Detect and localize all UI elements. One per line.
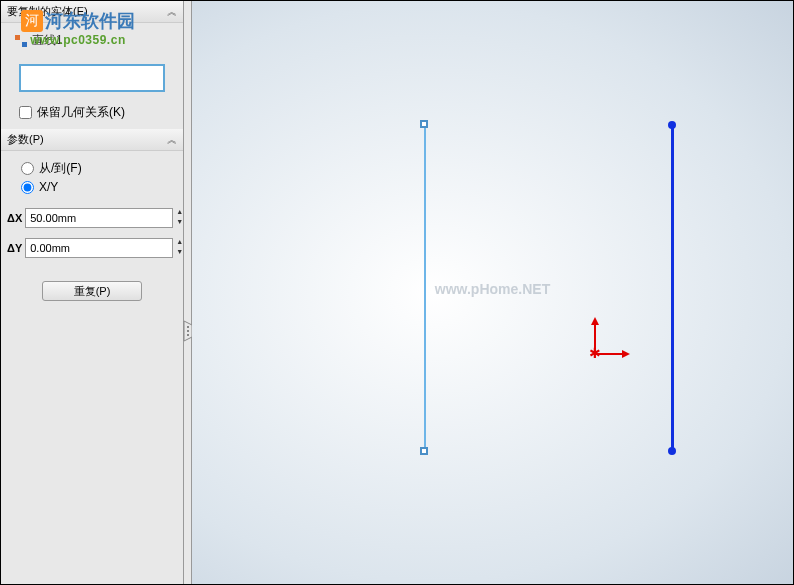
property-panel: 要复制的实体(E) ︽ 直线1 保留几何关系(K) 参数(P) ︽ 从/到(F)… — [1, 1, 184, 584]
svg-point-2 — [187, 326, 189, 328]
params-title: 参数(P) — [7, 132, 44, 147]
watermark-logo: 河 河东软件园 www.pc0359.cn — [21, 9, 135, 47]
watermark-icon: 河 — [21, 10, 43, 32]
svg-rect-0 — [15, 35, 20, 40]
line-endpoint[interactable] — [668, 121, 676, 129]
line-endpoint[interactable] — [420, 120, 428, 128]
spinner-up-icon[interactable]: ▲ — [176, 238, 183, 248]
selection-box[interactable] — [19, 64, 165, 92]
params-section-header[interactable]: 参数(P) ︽ — [1, 129, 183, 151]
line-endpoint[interactable] — [420, 447, 428, 455]
dx-spinner: ▲ ▼ — [176, 208, 183, 228]
from-to-row[interactable]: 从/到(F) — [21, 160, 163, 177]
xy-radio[interactable] — [21, 181, 34, 194]
graphics-canvas[interactable]: ✱ www.pHome.NET — [192, 1, 793, 584]
keep-relations-row[interactable]: 保留几何关系(K) — [19, 104, 165, 121]
keep-relations-checkbox[interactable] — [19, 106, 32, 119]
svg-point-4 — [187, 334, 189, 336]
line-endpoint[interactable] — [668, 447, 676, 455]
dx-row: ΔX ▲ ▼ — [7, 208, 177, 228]
collapse-icon[interactable]: ︽ — [167, 5, 177, 19]
dy-spinner: ▲ ▼ — [176, 238, 183, 258]
spinner-up-icon[interactable]: ▲ — [176, 208, 183, 218]
collapse-icon[interactable]: ︽ — [167, 133, 177, 147]
dy-input[interactable] — [25, 238, 173, 258]
repeat-button[interactable]: 重复(P) — [42, 281, 142, 301]
sketch-line-original[interactable] — [424, 125, 426, 451]
watermark-url: www.pc0359.cn — [30, 33, 125, 47]
spinner-down-icon[interactable]: ▼ — [176, 248, 183, 258]
from-to-label: 从/到(F) — [39, 160, 82, 177]
from-to-radio[interactable] — [21, 162, 34, 175]
dy-label: ΔY — [7, 242, 22, 254]
watermark-main-text: 河东软件园 — [45, 9, 135, 33]
panel-divider[interactable] — [184, 1, 192, 584]
origin-star-icon: ✱ — [589, 348, 601, 358]
spinner-down-icon[interactable]: ▼ — [176, 218, 183, 228]
xy-row[interactable]: X/Y — [21, 180, 163, 194]
dx-label: ΔX — [7, 212, 22, 224]
mode-radio-group: 从/到(F) X/Y — [21, 157, 163, 197]
keep-relations-label: 保留几何关系(K) — [37, 104, 125, 121]
dy-row: ΔY ▲ ▼ — [7, 238, 177, 258]
sketch-line-copy[interactable] — [671, 125, 674, 451]
center-watermark: www.pHome.NET — [435, 281, 550, 297]
svg-point-3 — [187, 330, 189, 332]
dx-input[interactable] — [25, 208, 173, 228]
xy-label: X/Y — [39, 180, 58, 194]
